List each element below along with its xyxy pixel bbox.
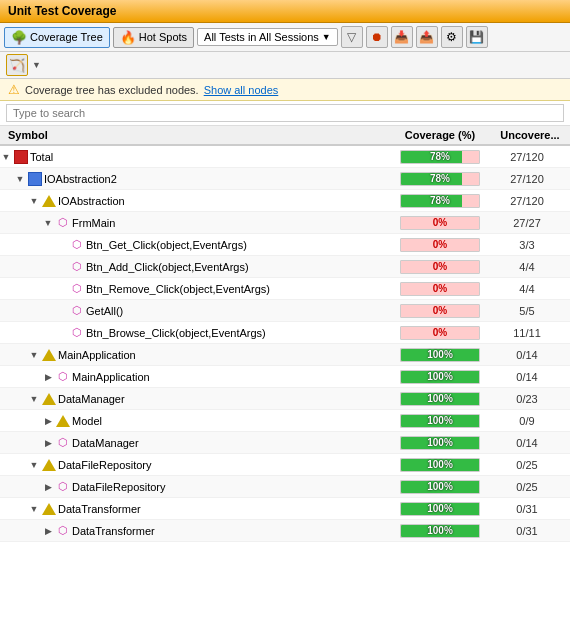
coverage-bar: 100%	[400, 370, 480, 384]
save-icon-btn[interactable]: 💾	[466, 26, 488, 48]
expander-icon[interactable]	[56, 305, 68, 317]
cell-uncovered: 4/4	[490, 261, 570, 273]
coverage-bar: 100%	[400, 480, 480, 494]
tree-row[interactable]: ▼ ⬡ FrmMain 0% 27/27	[0, 212, 570, 234]
tree-row[interactable]: ▼ DataFileRepository 100% 0/25	[0, 454, 570, 476]
import-icon-btn[interactable]: 📥	[391, 26, 413, 48]
cell-uncovered: 3/3	[490, 239, 570, 251]
header-coverage: Coverage (%)	[390, 129, 490, 141]
tree-row[interactable]: ▼ IOAbstraction 78% 27/120	[0, 190, 570, 212]
tree-row[interactable]: ▶ ⬡ MainApplication 100% 0/14	[0, 366, 570, 388]
node-label: FrmMain	[72, 217, 115, 229]
expander-icon[interactable]: ▶	[42, 371, 54, 383]
profile-icon-btn[interactable]: 🏹	[6, 54, 28, 76]
cell-coverage: 0%	[390, 216, 490, 230]
hot-spots-button[interactable]: 🔥 Hot Spots	[113, 27, 194, 48]
expander-icon[interactable]: ▼	[14, 173, 26, 185]
cell-symbol: ▶ ⬡ DataTransformer	[0, 524, 390, 538]
cell-symbol: ▼ IOAbstraction2	[0, 172, 390, 186]
expander-icon[interactable]: ▶	[42, 437, 54, 449]
expander-icon[interactable]: ▶	[42, 525, 54, 537]
tree-row[interactable]: ⬡ GetAll() 0% 5/5	[0, 300, 570, 322]
node-label: MainApplication	[72, 371, 150, 383]
node-icon-diamond	[42, 345, 56, 361]
tree-row[interactable]: ⬡ Btn_Add_Click(object,EventArgs) 0% 4/4	[0, 256, 570, 278]
expander-icon[interactable]	[56, 239, 68, 251]
node-icon-diamond	[42, 499, 56, 515]
cell-symbol: ⬡ Btn_Add_Click(object,EventArgs)	[0, 260, 390, 274]
cell-symbol: ⬡ Btn_Remove_Click(object,EventArgs)	[0, 282, 390, 296]
title-label: Unit Test Coverage	[8, 4, 116, 18]
warning-bar: ⚠ Coverage tree has excluded nodes. Show…	[0, 79, 570, 101]
save-icon: 💾	[469, 30, 484, 44]
tree-row[interactable]: ⬡ Btn_Remove_Click(object,EventArgs) 0% …	[0, 278, 570, 300]
expander-icon[interactable]: ▼	[28, 503, 40, 515]
filter-icon: ▽	[347, 30, 356, 44]
expander-icon[interactable]: ▼	[0, 151, 12, 163]
expander-icon[interactable]	[56, 327, 68, 339]
node-label: Btn_Browse_Click(object,EventArgs)	[86, 327, 266, 339]
expander-icon[interactable]: ▶	[42, 415, 54, 427]
record-icon-btn[interactable]: ⏺	[366, 26, 388, 48]
sessions-label: All Tests in All Sessions	[204, 31, 319, 43]
tree-row[interactable]: ▼ Total 78% 27/120	[0, 146, 570, 168]
cell-symbol: ▼ DataManager	[0, 389, 390, 408]
export-icon: 📤	[419, 30, 434, 44]
settings-icon-btn[interactable]: ⚙	[441, 26, 463, 48]
tree-row[interactable]: ▶ ⬡ DataManager 100% 0/14	[0, 432, 570, 454]
tree-row[interactable]: ▼ MainApplication 100% 0/14	[0, 344, 570, 366]
tree-row[interactable]: ▼ DataTransformer 100% 0/31	[0, 498, 570, 520]
cell-coverage: 0%	[390, 326, 490, 340]
cell-uncovered: 0/14	[490, 437, 570, 449]
cell-coverage: 100%	[390, 436, 490, 450]
tree-row[interactable]: ▶ Model 100% 0/9	[0, 410, 570, 432]
tree-row[interactable]: ▶ ⬡ DataFileRepository 100% 0/25	[0, 476, 570, 498]
coverage-tree-button[interactable]: 🌳 Coverage Tree	[4, 27, 110, 48]
filter-icon-btn[interactable]: ▽	[341, 26, 363, 48]
cell-coverage: 78%	[390, 194, 490, 208]
cell-uncovered: 0/25	[490, 459, 570, 471]
node-icon-class: ⬡	[56, 480, 70, 494]
coverage-tree[interactable]: ▼ Total 78% 27/120 ▼ IOAbstraction2 78% …	[0, 146, 570, 633]
expander-icon[interactable]	[56, 283, 68, 295]
node-label: Btn_Add_Click(object,EventArgs)	[86, 261, 249, 273]
expander-icon[interactable]: ▼	[42, 217, 54, 229]
node-label: IOAbstraction	[58, 195, 125, 207]
cell-coverage: 0%	[390, 282, 490, 296]
search-input[interactable]	[6, 104, 564, 122]
expander-icon[interactable]	[56, 261, 68, 273]
node-label: Btn_Remove_Click(object,EventArgs)	[86, 283, 270, 295]
second-toolbar: 🏹 ▼	[0, 52, 570, 79]
show-all-nodes-link[interactable]: Show all nodes	[204, 84, 279, 96]
cell-uncovered: 27/120	[490, 151, 570, 163]
cell-uncovered: 0/31	[490, 503, 570, 515]
header-symbol: Symbol	[0, 129, 390, 141]
tree-row[interactable]: ⬡ Btn_Browse_Click(object,EventArgs) 0% …	[0, 322, 570, 344]
export-icon-btn[interactable]: 📤	[416, 26, 438, 48]
expander-icon[interactable]: ▼	[28, 459, 40, 471]
expander-icon[interactable]: ▼	[28, 393, 40, 405]
profile-icon: 🏹	[9, 58, 25, 73]
node-icon-method: ⬡	[70, 326, 84, 340]
sessions-dropdown[interactable]: All Tests in All Sessions ▼	[197, 28, 338, 46]
cell-uncovered: 27/120	[490, 173, 570, 185]
cell-symbol: ▶ ⬡ DataFileRepository	[0, 480, 390, 494]
cell-symbol: ⬡ Btn_Browse_Click(object,EventArgs)	[0, 326, 390, 340]
cell-coverage: 0%	[390, 238, 490, 252]
cell-symbol: ▼ ⬡ FrmMain	[0, 216, 390, 230]
node-label: DataManager	[58, 393, 125, 405]
cell-symbol: ⬡ GetAll()	[0, 304, 390, 318]
cell-uncovered: 0/23	[490, 393, 570, 405]
tree-row[interactable]: ▶ ⬡ DataTransformer 100% 0/31	[0, 520, 570, 542]
coverage-label: 0%	[401, 217, 479, 228]
tree-row[interactable]: ▼ DataManager 100% 0/23	[0, 388, 570, 410]
node-icon-class: ⬡	[56, 216, 70, 230]
expander-icon[interactable]: ▶	[42, 481, 54, 493]
coverage-bar: 100%	[400, 414, 480, 428]
node-icon-method: ⬡	[70, 282, 84, 296]
tree-row[interactable]: ⬡ Btn_Get_Click(object,EventArgs) 0% 3/3	[0, 234, 570, 256]
expander-icon[interactable]: ▼	[28, 349, 40, 361]
expander-icon[interactable]: ▼	[28, 195, 40, 207]
tree-row[interactable]: ▼ IOAbstraction2 78% 27/120	[0, 168, 570, 190]
node-icon-namespace	[28, 172, 42, 186]
